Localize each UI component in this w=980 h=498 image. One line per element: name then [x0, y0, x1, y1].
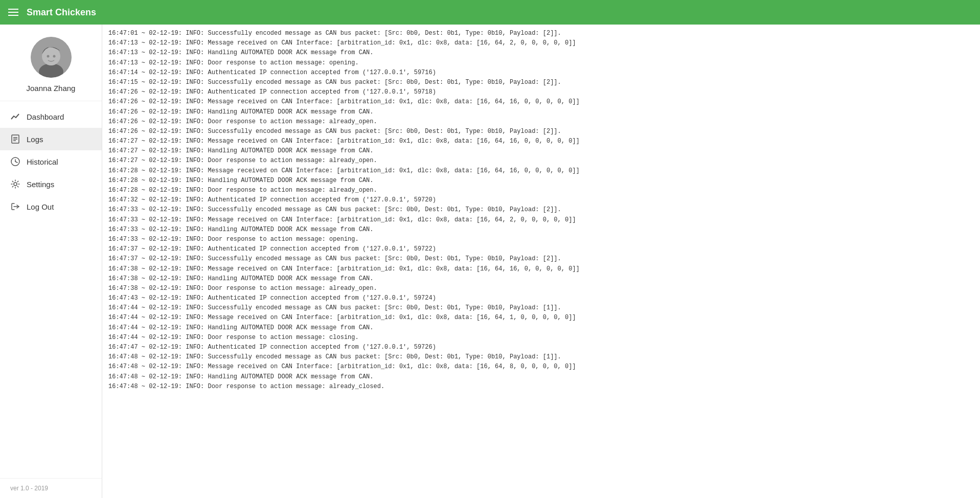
log-line: 16:47:13 ~ 02-12-19: INFO: Message recei…: [108, 38, 974, 48]
log-line: 16:47:48 ~ 02-12-19: INFO: Successfully …: [108, 352, 974, 362]
sidebar-item-label-settings: Settings: [27, 180, 54, 189]
avatar: [31, 37, 72, 78]
log-line: 16:47:32 ~ 02-12-19: INFO: Authenticated…: [108, 195, 974, 205]
log-line: 16:47:33 ~ 02-12-19: INFO: Door response…: [108, 235, 974, 244]
log-line: 16:47:26 ~ 02-12-19: INFO: Handling AUTO…: [108, 107, 974, 117]
log-line: 16:47:28 ~ 02-12-19: INFO: Door response…: [108, 186, 974, 195]
log-line: 16:47:44 ~ 02-12-19: INFO: Message recei…: [108, 313, 974, 323]
log-line: 16:47:15 ~ 02-12-19: INFO: Successfully …: [108, 78, 974, 87]
log-line: 16:47:44 ~ 02-12-19: INFO: Door response…: [108, 333, 974, 343]
menu-icon[interactable]: [8, 9, 18, 16]
svg-point-5: [53, 55, 55, 58]
log-line: 16:47:37 ~ 02-12-19: INFO: Authenticated…: [108, 244, 974, 254]
sidebar-item-historical[interactable]: Historical: [0, 150, 102, 173]
log-line: 16:47:48 ~ 02-12-19: INFO: Handling AUTO…: [108, 372, 974, 382]
log-line: 16:47:01 ~ 02-12-19: INFO: Successfully …: [108, 29, 974, 38]
profile-name: Joanna Zhang: [27, 84, 76, 93]
svg-point-13: [14, 183, 17, 186]
sidebar-item-label-dashboard: Dashboard: [27, 112, 64, 121]
sidebar: Joanna Zhang Dashboard: [0, 25, 102, 498]
gear-icon: [10, 179, 20, 189]
sidebar-item-logout[interactable]: Log Out: [0, 195, 102, 218]
log-line: 16:47:26 ~ 02-12-19: INFO: Message recei…: [108, 97, 974, 107]
svg-point-4: [47, 55, 49, 58]
log-line: 16:47:28 ~ 02-12-19: INFO: Message recei…: [108, 166, 974, 176]
sidebar-item-label-historical: Historical: [27, 157, 58, 166]
svg-line-12: [15, 162, 17, 163]
app-title: Smart Chickens: [27, 7, 96, 18]
log-line: 16:47:26 ~ 02-12-19: INFO: Door response…: [108, 117, 974, 127]
log-line: 16:47:48 ~ 02-12-19: INFO: Door response…: [108, 382, 974, 392]
log-line: 16:47:27 ~ 02-12-19: INFO: Handling AUTO…: [108, 146, 974, 156]
log-line: 16:47:33 ~ 02-12-19: INFO: Message recei…: [108, 215, 974, 225]
avatar-image: [31, 37, 72, 78]
log-line: 16:47:13 ~ 02-12-19: INFO: Handling AUTO…: [108, 48, 974, 58]
log-line: 16:47:26 ~ 02-12-19: INFO: Successfully …: [108, 127, 974, 137]
log-line: 16:47:43 ~ 02-12-19: INFO: Authenticated…: [108, 293, 974, 303]
sidebar-version: ver 1.0 - 2019: [0, 478, 102, 498]
log-line: 16:47:27 ~ 02-12-19: INFO: Message recei…: [108, 137, 974, 146]
log-line: 16:47:38 ~ 02-12-19: INFO: Door response…: [108, 284, 974, 293]
sidebar-item-settings[interactable]: Settings: [0, 173, 102, 195]
log-line: 16:47:38 ~ 02-12-19: INFO: Message recei…: [108, 264, 974, 274]
main-layout: Joanna Zhang Dashboard: [0, 25, 980, 498]
logout-icon: [10, 201, 20, 212]
log-line: 16:47:33 ~ 02-12-19: INFO: Successfully …: [108, 205, 974, 215]
log-line: 16:47:26 ~ 02-12-19: INFO: Authenticated…: [108, 87, 974, 97]
sidebar-item-logs[interactable]: Logs: [0, 128, 102, 150]
sidebar-item-dashboard[interactable]: Dashboard: [0, 105, 102, 128]
chart-icon: [10, 111, 20, 122]
sidebar-item-label-logs: Logs: [27, 135, 43, 144]
log-line: 16:47:28 ~ 02-12-19: INFO: Handling AUTO…: [108, 176, 974, 186]
file-icon: [10, 134, 20, 144]
log-line: 16:47:44 ~ 02-12-19: INFO: Handling AUTO…: [108, 323, 974, 333]
log-line: 16:47:48 ~ 02-12-19: INFO: Message recei…: [108, 362, 974, 372]
log-line: 16:47:44 ~ 02-12-19: INFO: Successfully …: [108, 303, 974, 313]
log-line: 16:47:47 ~ 02-12-19: INFO: Authenticated…: [108, 343, 974, 352]
log-line: 16:47:13 ~ 02-12-19: INFO: Door response…: [108, 58, 974, 68]
log-line: 16:47:37 ~ 02-12-19: INFO: Successfully …: [108, 254, 974, 264]
log-line: 16:47:38 ~ 02-12-19: INFO: Handling AUTO…: [108, 274, 974, 284]
header: Smart Chickens: [0, 0, 980, 25]
clock-icon: [10, 156, 20, 167]
sidebar-profile: Joanna Zhang: [0, 25, 102, 101]
log-line: 16:47:14 ~ 02-12-19: INFO: Authenticated…: [108, 68, 974, 78]
log-line: 16:47:33 ~ 02-12-19: INFO: Handling AUTO…: [108, 225, 974, 235]
log-content[interactable]: 16:47:01 ~ 02-12-19: INFO: Successfully …: [102, 25, 980, 498]
log-line: 16:47:27 ~ 02-12-19: INFO: Door response…: [108, 156, 974, 166]
sidebar-nav: Dashboard Logs: [0, 101, 102, 478]
sidebar-item-label-logout: Log Out: [27, 202, 54, 211]
